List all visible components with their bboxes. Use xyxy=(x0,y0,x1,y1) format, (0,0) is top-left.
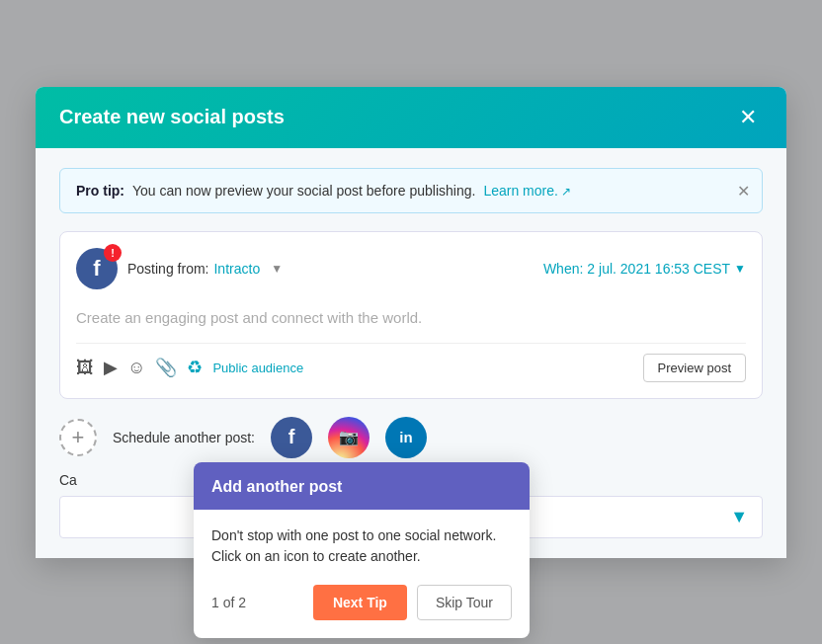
tooltip-counter: 1 of 2 xyxy=(211,595,246,610)
tooltip-line2: Click on an icon to create another. xyxy=(211,548,421,564)
pro-tip-close-button[interactable]: ✕ xyxy=(737,181,750,200)
post-card-header: f ! Posting from: Intracto ▼ xyxy=(76,248,746,289)
posting-from-arrow-icon[interactable]: ▼ xyxy=(271,262,283,276)
pro-tip-label: Pro tip: xyxy=(76,183,124,199)
schedule-label: Schedule another post: xyxy=(113,430,255,445)
when-info: When: 2 jul. 2021 16:53 CEST ▼ xyxy=(543,261,746,277)
attach-icon[interactable]: 📎 xyxy=(155,357,177,378)
posting-info: Posting from: Intracto ▼ When: 2 jul. 20… xyxy=(127,261,746,277)
modal: Create new social posts ✕ Pro tip: You c… xyxy=(36,87,786,558)
schedule-row: + Schedule another post: f 📷 in xyxy=(59,417,763,458)
post-toolbar: 🖼 ▶ ☺ 📎 ♻ Public audience Preview post xyxy=(76,343,746,382)
avatar-letter: f xyxy=(93,256,100,282)
audience-button[interactable]: Public audience xyxy=(212,361,303,375)
image-icon[interactable]: 🖼 xyxy=(76,358,94,378)
facebook-social-button[interactable]: f xyxy=(271,417,312,458)
instagram-social-button[interactable]: 📷 xyxy=(328,417,370,458)
when-label: When: xyxy=(543,261,583,277)
recycle-icon[interactable]: ♻ xyxy=(187,357,203,378)
when-value: 2 jul. 2021 16:53 CEST xyxy=(587,261,730,277)
linkedin-social-button[interactable]: in xyxy=(385,417,427,458)
next-tip-button[interactable]: Next Tip xyxy=(313,585,407,620)
post-textarea-placeholder[interactable]: Create an engaging post and connect with… xyxy=(76,303,746,343)
tooltip-line1: Don't stop with one post to one social n… xyxy=(211,527,496,543)
add-icon: + xyxy=(72,425,85,450)
close-button[interactable]: ✕ xyxy=(733,105,763,130)
tooltip-footer: 1 of 2 Next Tip Skip Tour xyxy=(211,585,512,620)
skip-tour-button[interactable]: Skip Tour xyxy=(417,585,512,620)
pro-tip-link[interactable]: Learn more. xyxy=(483,183,571,199)
warning-icon: ! xyxy=(111,247,115,259)
tooltip-header: Add another post xyxy=(194,462,530,510)
pro-tip-text: You can now preview your social post bef… xyxy=(132,183,475,199)
modal-header: Create new social posts ✕ xyxy=(36,87,786,148)
when-arrow-icon[interactable]: ▼ xyxy=(734,262,746,276)
posting-from-label: Posting from: xyxy=(127,261,208,277)
post-toolbar-icons: 🖼 ▶ ☺ 📎 ♻ Public audience xyxy=(76,357,303,378)
post-card: f ! Posting from: Intracto ▼ xyxy=(59,231,763,399)
campaign-select-arrow-icon: ▼ xyxy=(730,507,748,527)
pro-tip-banner: Pro tip: You can now preview your social… xyxy=(59,168,763,213)
emoji-icon[interactable]: ☺ xyxy=(127,358,145,378)
warning-badge: ! xyxy=(104,244,122,262)
tooltip-text: Don't stop with one post to one social n… xyxy=(211,525,512,567)
tooltip-popup: Add another post Don't stop with one pos… xyxy=(194,462,530,638)
tooltip-body: Don't stop with one post to one social n… xyxy=(194,510,530,638)
tooltip-actions: Next Tip Skip Tour xyxy=(313,585,512,620)
modal-title: Create new social posts xyxy=(59,106,285,128)
tooltip-arrow-icon xyxy=(308,462,332,464)
video-icon[interactable]: ▶ xyxy=(104,357,118,378)
add-post-button[interactable]: + xyxy=(59,419,97,456)
audience-label: Public audience xyxy=(212,361,303,375)
modal-overlay: Create new social posts ✕ Pro tip: You c… xyxy=(0,0,822,644)
preview-post-button[interactable]: Preview post xyxy=(643,354,746,382)
posting-from-value: Intracto xyxy=(213,261,260,277)
